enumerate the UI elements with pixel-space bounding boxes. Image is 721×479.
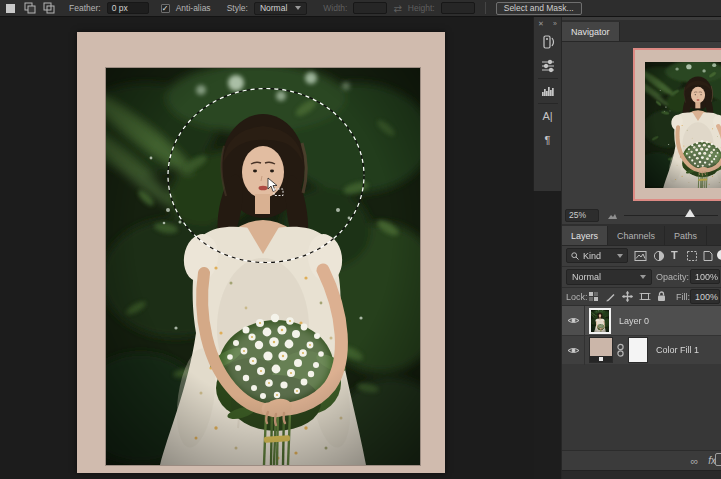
lock-image-pixels-icon[interactable] xyxy=(605,291,616,302)
document-canvas[interactable] xyxy=(77,32,445,473)
paragraph-panel-icon[interactable]: ¶ xyxy=(536,128,560,152)
lock-label: Lock: xyxy=(566,292,588,302)
lock-fill-row: Lock: Fill: 100% xyxy=(562,288,721,306)
navigator-zoom-row: 25% xyxy=(562,206,721,224)
fill-input[interactable]: 100% xyxy=(690,289,720,304)
lock-position-icon[interactable] xyxy=(622,291,633,302)
kind-filter-select[interactable]: Kind xyxy=(566,248,628,263)
filter-shape-layers-icon[interactable] xyxy=(686,250,698,262)
fill-label: Fill: xyxy=(676,292,690,302)
height-input xyxy=(441,2,475,14)
character-panel-icon[interactable]: A| xyxy=(536,104,560,128)
filter-smart-objects-icon[interactable] xyxy=(702,250,714,262)
photo-layer[interactable] xyxy=(106,68,420,465)
width-input xyxy=(353,2,387,14)
histogram-panel-icon[interactable] xyxy=(536,79,560,103)
properties-panel-icon[interactable] xyxy=(536,30,560,54)
blend-mode-select[interactable]: Normal xyxy=(566,269,652,285)
layer-name: Color Fill 1 xyxy=(656,345,699,355)
tab-channels[interactable]: Channels xyxy=(608,226,665,245)
zoom-slider-track[interactable] xyxy=(624,215,718,216)
chevron-down-icon xyxy=(640,275,646,279)
new-layer-icon[interactable] xyxy=(715,453,721,466)
layer-row-colorfill1[interactable]: Color Fill 1 xyxy=(562,335,721,364)
adjustments-panel-icon[interactable] xyxy=(536,54,560,78)
tool-options-bar: Feather: 0 px ✓ Anti-alias Style: Normal… xyxy=(0,0,721,17)
blend-mode-value: Normal xyxy=(572,272,601,282)
new-selection-mode-icon[interactable] xyxy=(4,2,17,15)
layer-name: Layer 0 xyxy=(619,316,649,326)
style-label: Style: xyxy=(227,3,248,13)
opacity-value: 100% xyxy=(695,272,718,282)
tab-layers[interactable]: Layers xyxy=(562,226,608,245)
visibility-eye-icon[interactable] xyxy=(562,346,584,355)
color-fill-thumbnail[interactable] xyxy=(589,337,613,363)
anti-alias-checkbox[interactable]: ✓ xyxy=(161,4,170,13)
tab-paths[interactable]: Paths xyxy=(665,226,707,245)
mask-link-icon[interactable] xyxy=(616,343,625,358)
lock-transparent-pixels-icon[interactable] xyxy=(588,291,599,302)
feather-input[interactable]: 0 px xyxy=(107,2,149,14)
chevron-down-icon xyxy=(295,6,301,10)
lock-artboard-icon[interactable] xyxy=(639,291,651,302)
photoshop-window: Feather: 0 px ✓ Anti-alias Style: Normal… xyxy=(0,0,721,479)
visibility-eye-icon[interactable] xyxy=(562,316,584,325)
navigator-zoom-input[interactable]: 25% xyxy=(565,209,599,222)
filter-adjustment-layers-icon[interactable] xyxy=(653,250,665,262)
add-to-selection-mode-icon[interactable] xyxy=(23,2,36,15)
filter-toggle-icon[interactable] xyxy=(717,250,721,260)
divider xyxy=(485,2,486,14)
feather-label: Feather: xyxy=(69,3,101,13)
filter-pixel-layers-icon[interactable] xyxy=(634,250,647,262)
navigator-proxy-preview[interactable] xyxy=(633,48,721,201)
blend-opacity-row: Normal Opacity: 100% xyxy=(562,267,721,288)
chevron-down-icon xyxy=(617,254,623,258)
select-and-mask-button[interactable]: Select and Mask... xyxy=(496,2,582,15)
close-icon[interactable]: ✕ xyxy=(538,20,544,28)
intersect-selection-mode-icon[interactable] xyxy=(42,2,55,15)
zoom-slider-thumb[interactable] xyxy=(685,209,695,217)
swap-width-height-icon: ⇄ xyxy=(393,3,401,14)
opacity-label: Opacity: xyxy=(656,272,689,282)
opacity-input[interactable]: 100% xyxy=(690,269,720,284)
lock-all-icon[interactable] xyxy=(656,290,667,302)
fill-value: 100% xyxy=(695,292,718,302)
anti-alias-label: Anti-alias xyxy=(176,3,211,13)
height-label: Height: xyxy=(408,3,435,13)
panel-bottom-strip xyxy=(562,470,721,479)
zoom-out-mountain-icon[interactable] xyxy=(608,212,617,219)
collapsed-panel-dock: ✕ » A| ¶ xyxy=(533,17,561,191)
layer-row-layer0[interactable]: Layer 0 xyxy=(562,306,721,335)
kind-filter-value: Kind xyxy=(583,251,601,261)
width-label: Width: xyxy=(323,3,347,13)
layer0-thumbnail[interactable] xyxy=(589,308,611,334)
navigator-panel-body xyxy=(562,42,721,206)
navigator-tabbar: Navigator xyxy=(562,20,721,42)
filter-type-layers-icon[interactable]: T xyxy=(671,249,678,261)
search-icon xyxy=(571,252,579,260)
divider xyxy=(584,336,585,365)
link-layers-icon[interactable]: ∞ xyxy=(690,455,698,467)
double-chevron-collapse-icon[interactable]: » xyxy=(553,20,557,27)
divider xyxy=(584,306,585,335)
fill-mini-slider-handle xyxy=(599,357,603,361)
right-panel-group: Navigator 25% Layers Channels Paths Kind xyxy=(561,17,721,479)
style-select[interactable]: Normal xyxy=(254,2,307,15)
layer-filter-row: Kind T xyxy=(562,246,721,267)
layer-mask-thumbnail[interactable] xyxy=(628,337,648,363)
layers-tabbar: Layers Channels Paths xyxy=(562,224,721,246)
style-value: Normal xyxy=(260,3,287,13)
layers-list: Layer 0 Color Fill 1 xyxy=(562,306,721,450)
layers-panel-footer: ∞ fx xyxy=(562,450,721,470)
tab-navigator[interactable]: Navigator xyxy=(562,22,620,41)
